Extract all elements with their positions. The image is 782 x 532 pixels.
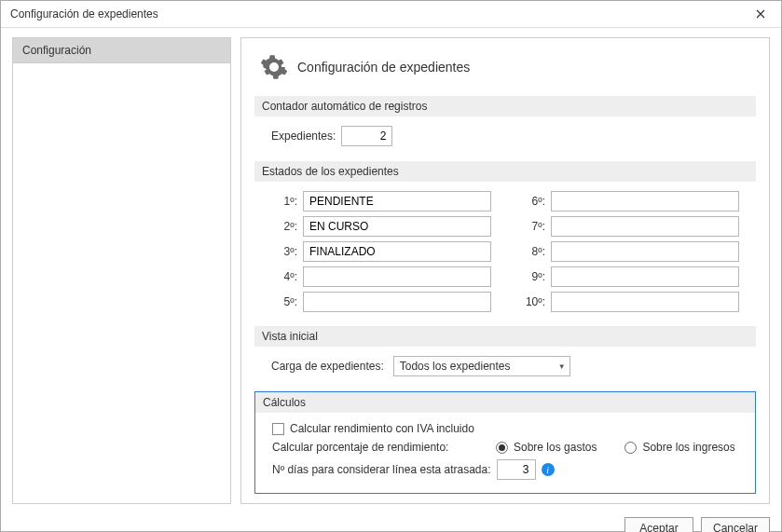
state-label: 1º: [271, 195, 297, 208]
states-col-left: 1º: 2º: 3º: 4º: 5º: [271, 191, 491, 317]
days-input[interactable] [497, 459, 536, 480]
section-calc-header: Cálculos [255, 392, 755, 413]
expedientes-label: Expedientes: [271, 130, 336, 143]
panel-title: Configuración de expedientes [297, 60, 470, 75]
days-label: Nº días para considerar línea esta atras… [272, 463, 491, 476]
sidebar-item-label: Configuración [22, 44, 91, 57]
state-input-3[interactable] [303, 241, 491, 262]
panel-header: Configuración de expedientes [254, 48, 756, 87]
checkbox-icon [272, 423, 284, 435]
state-input-6[interactable] [551, 191, 739, 211]
carga-selected: Todos los expedientes [400, 360, 511, 373]
section-view-header: Vista inicial [254, 326, 756, 347]
state-input-4[interactable] [303, 266, 491, 287]
radio-gastos-label: Sobre los gastos [514, 441, 597, 454]
accept-button[interactable]: Aceptar [624, 517, 693, 532]
section-calculos: Cálculos Calcular rendimiento con IVA in… [254, 391, 756, 494]
main-panel: Configuración de expedientes Contador au… [240, 37, 770, 504]
window-title: Configuración de expedientes [10, 7, 158, 20]
state-label: 3º: [271, 245, 297, 258]
state-label: 6º: [519, 195, 545, 208]
section-counter-header: Contador automático de registros [254, 96, 756, 116]
states-col-right: 6º: 7º: 8º: 9º: 10º: [519, 191, 739, 317]
dialog-body: Configuración Configuración de expedient… [1, 28, 781, 510]
section-states-header: Estados de los expedientes [254, 161, 756, 182]
dialog-footer: Aceptar Cancelar [1, 510, 781, 532]
cancel-button[interactable]: Cancelar [701, 517, 770, 532]
state-input-1[interactable] [303, 191, 491, 211]
radio-icon [496, 442, 508, 454]
state-label: 10º: [519, 295, 545, 308]
titlebar: Configuración de expedientes [1, 1, 781, 28]
state-label: 5º: [271, 295, 297, 308]
state-label: 8º: [519, 245, 545, 258]
state-input-7[interactable] [551, 216, 739, 237]
dialog-window: Configuración de expedientes Configuraci… [0, 0, 782, 532]
state-label: 4º: [271, 270, 297, 283]
iva-checkbox[interactable]: Calcular rendimiento con IVA incluido [272, 422, 474, 435]
state-label: 7º: [519, 220, 545, 233]
carga-dropdown[interactable]: Todos los expedientes ▼ [393, 356, 570, 376]
iva-label: Calcular rendimiento con IVA incluido [290, 422, 474, 435]
radio-icon [624, 442, 637, 454]
radio-gastos[interactable]: Sobre los gastos [496, 441, 597, 454]
state-input-8[interactable] [551, 241, 739, 262]
state-input-9[interactable] [551, 266, 739, 287]
close-icon [756, 9, 765, 19]
chevron-down-icon: ▼ [558, 362, 566, 371]
sidebar-item-configuracion[interactable]: Configuración [13, 38, 230, 63]
state-input-10[interactable] [551, 292, 739, 312]
expedientes-input[interactable] [341, 126, 392, 146]
radio-ingresos[interactable]: Sobre los ingresos [624, 441, 734, 454]
state-input-2[interactable] [303, 216, 491, 237]
pct-label: Calcular porcentaje de rendimiento: [272, 441, 468, 454]
state-label: 9º: [519, 270, 545, 283]
radio-ingresos-label: Sobre los ingresos [642, 441, 734, 454]
info-icon[interactable]: i [542, 463, 555, 476]
close-button[interactable] [740, 1, 781, 27]
state-label: 2º: [271, 220, 297, 233]
gear-icon [260, 53, 288, 81]
carga-label: Carga de expedientes: [271, 360, 384, 373]
sidebar: Configuración [12, 37, 231, 504]
state-input-5[interactable] [303, 292, 491, 312]
